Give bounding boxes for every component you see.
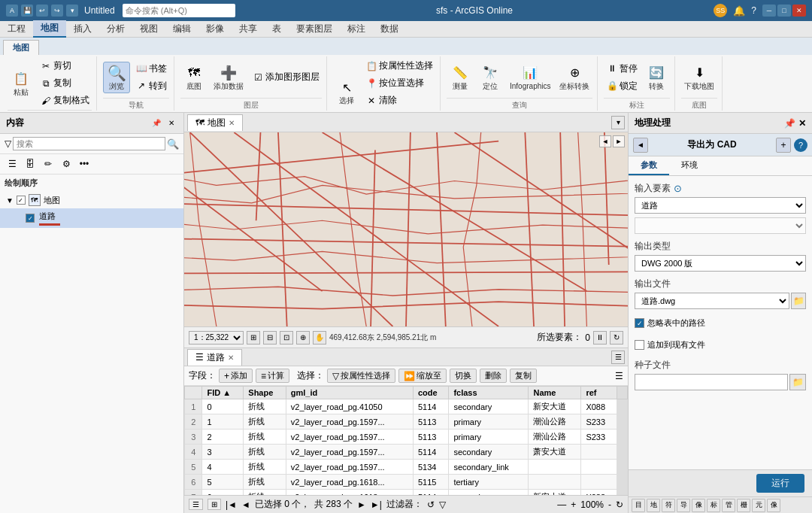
- coordinate-transform-button[interactable]: ⊕ 坐标转换: [556, 62, 592, 93]
- attr-options-button[interactable]: ☰: [611, 351, 625, 364]
- road-layer-checkbox[interactable]: ✓: [26, 214, 35, 223]
- map-tab[interactable]: 🗺 地图 ✕: [187, 114, 243, 131]
- menu-item-编辑[interactable]: 编辑: [165, 21, 198, 37]
- table-row[interactable]: 4 3 折线 v2_layer_road_pg.1597... 5114 sec…: [185, 445, 628, 460]
- convert-button[interactable]: 🔄 转换: [643, 62, 670, 93]
- input-secondary-select[interactable]: [635, 217, 806, 234]
- layer-more-button[interactable]: •••: [77, 156, 92, 172]
- menu-item-插入[interactable]: 插入: [66, 21, 99, 37]
- select-by-attr-tb-button[interactable]: ▽按属性性选择: [327, 369, 395, 383]
- goto-btn[interactable]: 删除: [480, 369, 507, 383]
- seed-folder-button[interactable]: 📁: [789, 374, 806, 390]
- geo-tab-params[interactable]: 参数: [629, 156, 669, 175]
- options-btn[interactable]: ☰: [615, 371, 623, 381]
- output-file-select[interactable]: 道路.dwg: [635, 293, 789, 309]
- status-icon-1[interactable]: 目: [632, 499, 645, 512]
- menu-item-共享[interactable]: 共享: [232, 21, 265, 37]
- col-fid[interactable]: FID ▲: [202, 387, 244, 399]
- col-ref[interactable]: ref: [581, 387, 617, 399]
- status-icon-7[interactable]: 管: [722, 499, 735, 512]
- pause-map-button[interactable]: ⏸: [593, 331, 607, 345]
- menu-item-表[interactable]: 表: [265, 21, 289, 37]
- format-copy-button[interactable]: 🖌 复制格式: [38, 93, 92, 108]
- bell-icon[interactable]: 🔔: [733, 5, 745, 17]
- pause-button[interactable]: ⏸ 暂停: [604, 61, 640, 77]
- delete-button[interactable]: 复制: [510, 369, 537, 383]
- table-row[interactable]: 2 1 折线 v2_layer_road_pg.1597... 5113 pri…: [185, 414, 628, 430]
- add-graphic-layer-button[interactable]: ☑ 添加图形图层: [250, 69, 322, 85]
- add-data-button[interactable]: ➕ 添加数据: [211, 62, 247, 93]
- bookmark-button[interactable]: 📖 书签: [133, 61, 169, 77]
- nav-first-button[interactable]: |◄: [226, 499, 237, 510]
- geo-help-button[interactable]: ?: [794, 138, 807, 152]
- menu-item-工程[interactable]: 工程: [0, 21, 33, 37]
- sidebar-close-button[interactable]: ✕: [165, 117, 177, 129]
- menu-item-影像[interactable]: 影像: [198, 21, 232, 37]
- locate-button[interactable]: 🔭 定位: [477, 62, 504, 93]
- geo-close-button[interactable]: ✕: [798, 118, 806, 129]
- search-icon[interactable]: 🔍: [167, 138, 179, 150]
- geo-back-button[interactable]: ◄: [633, 138, 648, 153]
- sidebar-pin-button[interactable]: 📌: [150, 117, 162, 129]
- menu-item-要素图层[interactable]: 要素图层: [289, 21, 340, 37]
- zoom-to-button[interactable]: ⏩缩放至: [398, 369, 447, 383]
- question-icon[interactable]: ?: [751, 5, 756, 16]
- lock-button[interactable]: 🔒 锁定: [604, 78, 640, 94]
- layer-db-button[interactable]: 🗄: [23, 156, 38, 172]
- col-shape[interactable]: Shape: [244, 387, 286, 399]
- output-folder-button[interactable]: 📁: [791, 293, 806, 309]
- zoom-out-button[interactable]: ⊟: [263, 331, 277, 345]
- status-icon-10[interactable]: 像: [767, 499, 780, 512]
- table-row[interactable]: 3 2 折线 v2_layer_road_pg.1597... 5113 pri…: [185, 430, 628, 445]
- clear-selection-button[interactable]: ✕ 清除: [363, 93, 435, 108]
- paste-button[interactable]: 📋 粘贴: [8, 68, 35, 99]
- measure-button[interactable]: 📏 测量: [447, 62, 474, 93]
- append-checkbox[interactable]: [635, 340, 644, 350]
- attr-tab-road[interactable]: ☰ 道路 ✕: [187, 349, 242, 366]
- run-button[interactable]: 运行: [756, 474, 804, 493]
- refresh-button[interactable]: ↻: [610, 331, 623, 345]
- sidebar-search-input[interactable]: [13, 137, 165, 150]
- zoom-extent-button[interactable]: ⊡: [280, 331, 293, 345]
- zoom-full-button[interactable]: ⊕: [296, 331, 310, 345]
- maximize-button[interactable]: □: [777, 5, 791, 17]
- geo-add-button[interactable]: +: [776, 138, 791, 153]
- table-row[interactable]: 1 0 折线 v2_layer_road_pg.41050 5114 secon…: [185, 399, 628, 414]
- browse-button[interactable]: 🔍 浏览: [103, 62, 130, 93]
- select-by-attr-button[interactable]: 📋 按属性性选择: [363, 58, 435, 74]
- road-layer-item[interactable]: ▶ ✓ 道路: [0, 208, 183, 228]
- refresh-table-button[interactable]: ↻: [616, 499, 623, 510]
- select-button[interactable]: ↖ 选择: [333, 77, 360, 107]
- status-icon-2[interactable]: 地: [647, 499, 660, 512]
- pan-button[interactable]: ✋: [313, 331, 326, 345]
- basemap-button[interactable]: 🗺 底图: [180, 62, 208, 93]
- input-features-select[interactable]: 道路: [635, 197, 806, 214]
- status-icon-6[interactable]: 标: [707, 499, 720, 512]
- menu-item-视图[interactable]: 视图: [132, 21, 165, 37]
- table-view-button[interactable]: ☰: [189, 499, 203, 510]
- copy-button[interactable]: ⧉ 复制: [38, 75, 92, 91]
- geo-pin-button[interactable]: 📌: [784, 118, 795, 129]
- title-search-input[interactable]: [123, 4, 235, 17]
- col-name[interactable]: Name: [529, 387, 581, 399]
- layer-edit-button[interactable]: ✏: [41, 156, 56, 172]
- user-badge[interactable]: SS: [714, 4, 727, 17]
- ribbon-tab-map[interactable]: 地图: [3, 40, 39, 55]
- zoom-out-table-button[interactable]: -: [608, 499, 611, 510]
- map-layer-checkbox[interactable]: ✓: [17, 196, 26, 205]
- geo-tab-env[interactable]: 环境: [669, 156, 710, 175]
- save-icon[interactable]: 💾: [21, 5, 33, 17]
- scroll-left-button[interactable]: ◄: [599, 135, 611, 147]
- attr-tab-close[interactable]: ✕: [228, 354, 234, 362]
- seed-file-input[interactable]: [635, 374, 788, 390]
- filter-clear-button[interactable]: ↺: [427, 499, 435, 510]
- scroll-right-button[interactable]: ►: [613, 135, 625, 147]
- layer-list-view-button[interactable]: ☰: [5, 156, 20, 172]
- download-map-button[interactable]: ⬇ 下载地图: [681, 62, 717, 93]
- close-button[interactable]: ✕: [792, 5, 806, 17]
- zoom-in-table-button[interactable]: +: [571, 499, 576, 510]
- switch-button[interactable]: 切换: [450, 369, 477, 383]
- layer-tools-button[interactable]: ⚙: [59, 156, 74, 172]
- table-row[interactable]: 6 5 折线 v2_layer_road_pg.1618... 5115 ter…: [185, 475, 628, 490]
- table-row[interactable]: 5 4 折线 v2_layer_road_pg.1597... 5134 sec…: [185, 460, 628, 475]
